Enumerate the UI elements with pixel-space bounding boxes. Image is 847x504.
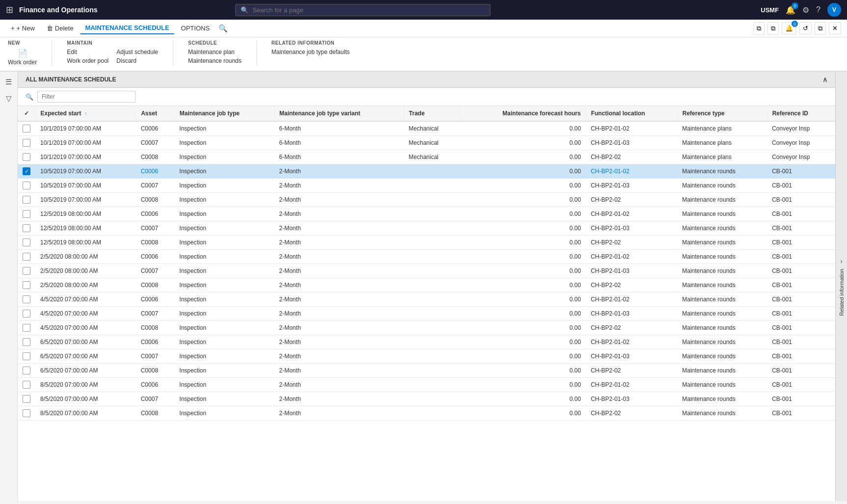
table-row[interactable]: 10/1/2019 07:00:00 AMC0007Inspection6-Mo… <box>18 136 835 150</box>
cell-asset[interactable]: C0006 <box>136 292 175 307</box>
checkbox[interactable] <box>23 338 30 346</box>
cell-asset[interactable]: C0008 <box>136 193 175 207</box>
row-check-cell[interactable] <box>18 193 35 207</box>
tab-options[interactable]: OPTIONS <box>176 23 215 34</box>
row-check-cell[interactable] <box>18 136 35 150</box>
new-button[interactable]: + + New <box>6 23 40 34</box>
row-check-cell[interactable] <box>18 335 35 349</box>
checkbox[interactable] <box>23 125 30 133</box>
table-row[interactable]: 12/5/2019 08:00:00 AMC0008Inspection2-Mo… <box>18 236 835 250</box>
cell-asset[interactable]: C0007 <box>136 392 175 406</box>
search-input[interactable] <box>252 6 485 14</box>
row-check-cell[interactable] <box>18 179 35 193</box>
row-check-cell[interactable] <box>18 321 35 335</box>
cmd-maintenance-rounds[interactable]: Maintenance rounds <box>188 57 242 64</box>
row-check-cell[interactable] <box>18 278 35 292</box>
open-in-new-button[interactable]: ⧉ <box>767 22 779 35</box>
checkbox[interactable] <box>23 281 30 289</box>
table-row[interactable]: 8/5/2020 07:00:00 AMC0007Inspection2-Mon… <box>18 392 835 406</box>
table-row[interactable]: 6/5/2020 07:00:00 AMC0008Inspection2-Mon… <box>18 364 835 378</box>
cell-asset[interactable]: C0006 <box>136 250 175 264</box>
table-row[interactable]: 6/5/2020 07:00:00 AMC0006Inspection2-Mon… <box>18 335 835 349</box>
search-bar[interactable]: 🔍 <box>235 4 491 16</box>
table-row[interactable]: 12/5/2019 08:00:00 AMC0006Inspection2-Mo… <box>18 207 835 221</box>
right-sidebar-panel[interactable]: › Related information <box>835 72 847 501</box>
table-row[interactable]: 2/5/2020 08:00:00 AMC0007Inspection2-Mon… <box>18 264 835 278</box>
hamburger-icon[interactable]: ☰ <box>5 78 12 86</box>
row-check-cell[interactable] <box>18 207 35 221</box>
settings-button[interactable]: ⚙ <box>802 5 809 15</box>
col-reference-type[interactable]: Reference type <box>677 106 767 121</box>
checkbox[interactable] <box>23 267 30 275</box>
row-check-cell[interactable] <box>18 392 35 406</box>
checkbox[interactable] <box>23 210 30 218</box>
cell-asset[interactable]: C0007 <box>136 264 175 278</box>
row-check-cell[interactable] <box>18 150 35 164</box>
table-row[interactable]: 12/5/2019 08:00:00 AMC0007Inspection2-Mo… <box>18 221 835 236</box>
row-check-cell[interactable] <box>18 236 35 250</box>
row-check-cell[interactable] <box>18 292 35 307</box>
col-reference-id[interactable]: Reference ID <box>767 106 835 121</box>
col-asset[interactable]: Asset <box>136 106 175 121</box>
cmd-work-order[interactable]: 📄 Work order <box>8 49 37 66</box>
row-check-cell[interactable] <box>18 349 35 364</box>
row-check-cell[interactable] <box>18 264 35 278</box>
checkbox[interactable] <box>23 324 30 332</box>
table-row[interactable]: 8/5/2020 07:00:00 AMC0008Inspection2-Mon… <box>18 406 835 421</box>
table-row[interactable]: 2/5/2020 08:00:00 AMC0006Inspection2-Mon… <box>18 250 835 264</box>
cmd-discard[interactable]: Discard <box>116 57 158 64</box>
checkbox[interactable] <box>23 153 30 161</box>
checkbox[interactable] <box>23 295 30 303</box>
checkbox[interactable] <box>23 352 30 360</box>
cmd-work-order-pool[interactable]: Work order pool <box>67 57 109 64</box>
cell-asset[interactable]: C0007 <box>136 307 175 321</box>
table-container[interactable]: ✓ Expected start ↑ Asset Maintenance job… <box>18 106 835 501</box>
checkbox[interactable]: ✓ <box>23 167 30 175</box>
cell-asset[interactable]: C0007 <box>136 136 175 150</box>
row-check-cell[interactable]: ✓ <box>18 164 35 179</box>
cell-functional-location[interactable]: CH-BP2-01-02 <box>586 164 677 179</box>
table-row[interactable]: 10/5/2019 07:00:00 AMC0008Inspection2-Mo… <box>18 193 835 207</box>
cell-asset[interactable]: C0006 <box>136 164 175 179</box>
table-row[interactable]: 6/5/2020 07:00:00 AMC0007Inspection2-Mon… <box>18 349 835 364</box>
cell-asset[interactable]: C0006 <box>136 335 175 349</box>
cell-asset[interactable]: C0008 <box>136 321 175 335</box>
delete-button[interactable]: 🗑 Delete <box>42 23 79 34</box>
table-row[interactable]: 4/5/2020 07:00:00 AMC0006Inspection2-Mon… <box>18 292 835 307</box>
col-forecast-hours[interactable]: Maintenance forecast hours <box>460 106 586 121</box>
checkbox[interactable] <box>23 310 30 318</box>
cell-asset[interactable]: C0008 <box>136 236 175 250</box>
cell-asset[interactable]: C0006 <box>136 378 175 392</box>
filter-input[interactable] <box>37 91 136 103</box>
checkbox[interactable] <box>23 182 30 189</box>
col-functional-location[interactable]: Functional location <box>586 106 677 121</box>
table-row[interactable]: 2/5/2020 08:00:00 AMC0008Inspection2-Mon… <box>18 278 835 292</box>
cmd-adjust-schedule[interactable]: Adjust schedule <box>116 49 158 55</box>
checkbox[interactable] <box>23 381 30 389</box>
tab-maintenance-schedule[interactable]: MAINTENANCE SCHEDULE <box>80 22 174 34</box>
checkbox[interactable] <box>23 409 30 417</box>
avatar[interactable]: V <box>827 3 841 17</box>
checkbox[interactable] <box>23 395 30 403</box>
row-check-cell[interactable] <box>18 364 35 378</box>
table-row[interactable]: 8/5/2020 07:00:00 AMC0006Inspection2-Mon… <box>18 378 835 392</box>
collapse-icon[interactable]: ∧ <box>822 76 827 83</box>
row-check-cell[interactable] <box>18 307 35 321</box>
col-trade[interactable]: Trade <box>404 106 460 121</box>
cell-asset[interactable]: C0007 <box>136 221 175 236</box>
row-check-cell[interactable] <box>18 378 35 392</box>
checkbox[interactable] <box>23 253 30 261</box>
ribbon-search-icon[interactable]: 🔍 <box>219 24 228 33</box>
panels-button[interactable]: ⧉ <box>753 22 765 35</box>
close-button[interactable]: ✕ <box>829 22 841 34</box>
col-job-type[interactable]: Maintenance job type <box>174 106 274 121</box>
new-window-button[interactable]: ⧉ <box>815 22 826 35</box>
checkbox[interactable] <box>23 367 30 374</box>
row-check-cell[interactable] <box>18 250 35 264</box>
cell-asset[interactable]: C0008 <box>136 150 175 164</box>
col-expected-start[interactable]: Expected start ↑ <box>35 106 136 121</box>
table-row[interactable]: 4/5/2020 07:00:00 AMC0007Inspection2-Mon… <box>18 307 835 321</box>
row-check-cell[interactable] <box>18 221 35 236</box>
checkbox[interactable] <box>23 239 30 246</box>
table-row[interactable]: 10/1/2019 07:00:00 AMC0008Inspection6-Mo… <box>18 150 835 164</box>
